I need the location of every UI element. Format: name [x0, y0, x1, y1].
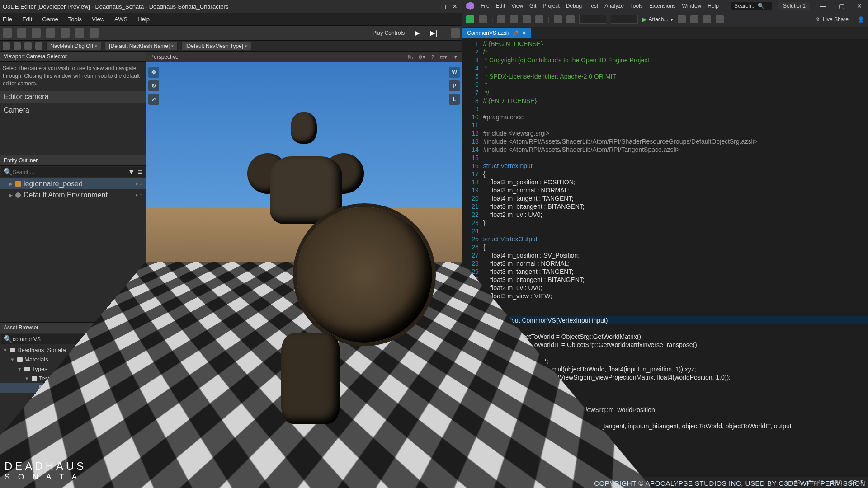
- vs-solution-combo[interactable]: Solution1: [778, 2, 810, 10]
- viewport-tab-bar: Perspective ⎘▾ ⚙▾ ? ▭▾ ≡▾: [146, 52, 462, 62]
- tb-icon[interactable]: [678, 15, 686, 23]
- menu-game[interactable]: Game: [42, 16, 58, 23]
- tb-icon[interactable]: [690, 15, 698, 23]
- vs-menu-tools[interactable]: Tools: [630, 3, 643, 9]
- fwd-icon[interactable]: [479, 15, 487, 23]
- gear-icon[interactable]: ⚙▾: [418, 53, 425, 61]
- camera-item[interactable]: Camera: [0, 104, 146, 116]
- minimize-icon[interactable]: —: [818, 1, 828, 11]
- rotate-icon[interactable]: [61, 28, 70, 38]
- navmesh-dbg-combo[interactable]: NavMesh Dbg Off: [46, 42, 101, 50]
- close-icon[interactable]: ✕: [450, 1, 460, 11]
- attach-button[interactable]: Attach...▾: [642, 16, 673, 23]
- vs-logo-icon: [466, 2, 474, 10]
- nav-icon-4[interactable]: [35, 42, 42, 50]
- cube-icon: [15, 181, 21, 187]
- navmesh-type-combo[interactable]: [Default NavMesh Type]: [181, 42, 251, 50]
- platform-combo[interactable]: [611, 15, 638, 24]
- pin-icon[interactable]: 📌: [512, 30, 519, 36]
- cart-icon[interactable]: [451, 28, 460, 38]
- search-icon: 🔍: [4, 168, 13, 176]
- menu-edit[interactable]: Edit: [22, 16, 32, 23]
- camera-selector-title[interactable]: Viewport Camera Selector: [0, 52, 146, 62]
- viewport-perspective-label[interactable]: Perspective: [150, 54, 179, 60]
- config-combo[interactable]: [579, 15, 606, 24]
- vs-menu-git[interactable]: Git: [529, 3, 536, 9]
- sphere-icon: [15, 192, 21, 198]
- character-figure: [209, 112, 399, 428]
- help-icon[interactable]: ?: [429, 53, 436, 61]
- menu-tools[interactable]: Tools: [68, 16, 82, 23]
- close-icon[interactable]: ✕: [854, 1, 864, 11]
- outliner-item[interactable]: ▸Default Atom Environment● ○: [0, 189, 146, 201]
- new-icon[interactable]: [497, 15, 505, 23]
- vs-menu-test[interactable]: Test: [588, 3, 598, 9]
- vp-p-button[interactable]: P: [449, 80, 460, 91]
- move-icon[interactable]: [46, 28, 55, 38]
- menu-icon[interactable]: ≡: [138, 168, 142, 176]
- step-icon[interactable]: ▶|: [430, 29, 437, 37]
- vs-menu-file[interactable]: File: [481, 3, 489, 9]
- menu-aws[interactable]: AWS: [114, 16, 127, 23]
- vs-menu-edit[interactable]: Edit: [496, 3, 505, 9]
- menu-file[interactable]: File: [3, 16, 12, 23]
- redo-icon[interactable]: [566, 15, 575, 23]
- play-icon[interactable]: ▶: [415, 29, 420, 37]
- tb-icon[interactable]: [703, 15, 711, 23]
- nav-icon-1[interactable]: [3, 42, 10, 50]
- vs-menu-extensions[interactable]: Extensions: [649, 3, 676, 9]
- undo-icon[interactable]: [3, 28, 12, 38]
- vs-search[interactable]: Search...🔍: [731, 2, 772, 10]
- search-icon: 🔍: [758, 3, 764, 9]
- tb-icon[interactable]: [716, 15, 724, 23]
- save-all-icon[interactable]: [535, 15, 543, 23]
- vp-w-button[interactable]: W: [449, 67, 460, 78]
- vs-tab-label: CommonVS.azsli: [467, 30, 509, 36]
- folder-icon: [17, 357, 23, 362]
- o3de-menubar: File Edit Game Tools View AWS Help: [0, 13, 462, 25]
- menu-view[interactable]: View: [92, 16, 104, 23]
- nav-icon-2[interactable]: [14, 42, 21, 50]
- vs-menu-project[interactable]: Project: [542, 3, 559, 9]
- vs-menu-debug[interactable]: Debug: [566, 3, 582, 9]
- play-controls-label: Play Controls: [373, 30, 405, 36]
- save-icon[interactable]: [523, 15, 531, 23]
- vs-menu-analyze[interactable]: Analyze: [604, 3, 624, 9]
- vp-rotate-icon[interactable]: ↻: [148, 80, 159, 91]
- select-icon[interactable]: [32, 28, 41, 38]
- nav-icon-3[interactable]: [24, 42, 32, 50]
- o3de-window: O3DE Editor [Developer Preview] - Deadha…: [0, 0, 462, 488]
- undo-icon[interactable]: [554, 15, 562, 23]
- outliner-search[interactable]: 🔍 ▼ ≡: [1, 167, 145, 177]
- viewport-canvas[interactable]: ✥ ↻ ⤢ W P L: [146, 62, 462, 477]
- navmesh-name-combo[interactable]: [Default NavMesh Name]: [105, 42, 178, 50]
- scale-icon[interactable]: [75, 28, 84, 38]
- close-tab-icon[interactable]: ✕: [522, 30, 526, 36]
- outliner-item[interactable]: ▸legionnaire_posed● ○: [0, 178, 146, 189]
- entity-outliner-title[interactable]: Entity Outliner: [0, 155, 146, 166]
- vs-menu-view[interactable]: View: [511, 3, 523, 9]
- back-icon[interactable]: [466, 15, 474, 23]
- save-icon[interactable]: [17, 28, 26, 38]
- camera-icon[interactable]: ⎘▾: [407, 53, 415, 61]
- burger-icon[interactable]: ≡▾: [451, 53, 458, 61]
- outliner-search-input[interactable]: [13, 169, 126, 175]
- live-share-button[interactable]: ⇪Live Share👤: [816, 16, 864, 23]
- vs-menu-window[interactable]: Window: [682, 3, 702, 9]
- open-icon[interactable]: [510, 15, 518, 23]
- minimize-icon[interactable]: —: [426, 1, 436, 11]
- menu-help[interactable]: Help: [137, 16, 150, 23]
- vs-tab-active[interactable]: CommonVS.azsli 📌 ✕: [462, 28, 531, 38]
- globe-icon[interactable]: [90, 28, 99, 38]
- vp-l-button[interactable]: L: [449, 94, 460, 105]
- maximize-icon[interactable]: ▢: [438, 1, 448, 11]
- vs-menu-help[interactable]: Help: [708, 3, 719, 9]
- folder-icon: [32, 376, 37, 381]
- maximize-icon[interactable]: ▢: [836, 1, 846, 11]
- filter-icon[interactable]: ▼: [128, 168, 135, 176]
- vp-scale-icon[interactable]: ⤢: [148, 94, 159, 105]
- camera-item[interactable]: Editor camera: [0, 91, 146, 103]
- vs-menubar: File Edit View Git Project Debug Test An…: [462, 0, 868, 12]
- vp-move-icon[interactable]: ✥: [148, 67, 159, 78]
- aspect-icon[interactable]: ▭▾: [440, 53, 447, 61]
